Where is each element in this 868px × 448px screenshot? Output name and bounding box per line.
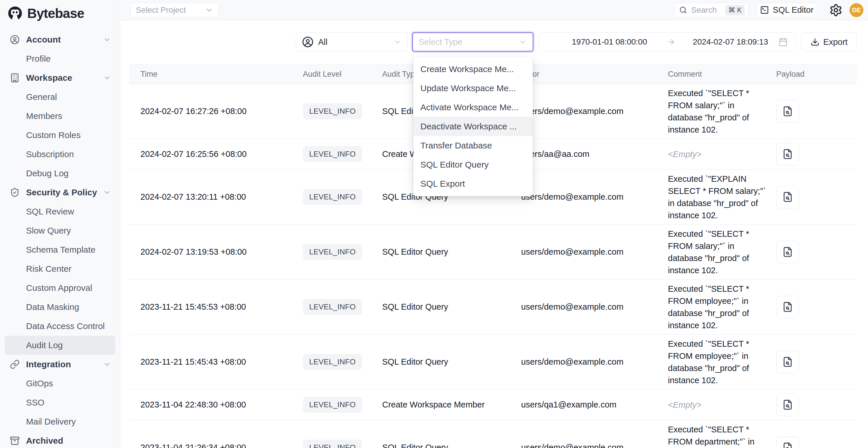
actor-filter-select[interactable]: All	[296, 32, 408, 52]
cell-actor: users/demo@example.com	[521, 192, 668, 202]
chevron-down-icon	[103, 74, 111, 82]
audit-level-badge: LEVEL_INFO	[303, 354, 362, 370]
cell-comment: Executed `"SELECT * FROM employee;"` in …	[668, 283, 776, 331]
type-option-deactivate-workspace[interactable]: Deactivate Workspace ...	[413, 117, 533, 136]
type-option-activate-workspace-me[interactable]: Activate Workspace Me...	[413, 98, 533, 117]
cell-audit-type: SQL Editor Query	[382, 443, 521, 448]
sidebar-item-risk-center[interactable]: Risk Center	[5, 259, 115, 279]
cell-comment: <Empty>	[668, 399, 776, 411]
sidebar-item-gitops[interactable]: GitOps	[5, 374, 115, 393]
sidebar-item-label: Custom Approval	[26, 283, 92, 293]
sidebar-item-schema-template[interactable]: Schema Template	[5, 240, 115, 259]
sidebar-item-members[interactable]: Members	[5, 106, 115, 126]
cell-time: 2024-02-07 16:27:26 +08:00	[129, 106, 303, 116]
avatar[interactable]: DE	[849, 3, 863, 17]
payload-view-button[interactable]	[776, 241, 799, 263]
column-header-audit-level: Audit Level	[303, 70, 382, 79]
cell-payload	[776, 241, 857, 263]
table-row: 2024-02-07 13:19:53 +08:00LEVEL_INFOSQL …	[129, 225, 857, 280]
date-to-value: 2024-02-07 18:09:13	[693, 37, 768, 46]
cell-comment: Executed `"SELECT * FROM employee;"` in …	[668, 338, 776, 386]
cell-audit-level: LEVEL_INFO	[303, 146, 382, 162]
sidebar-item-profile[interactable]: Profile	[5, 49, 115, 68]
brand-name: Bytebase	[27, 5, 84, 21]
cell-audit-level: LEVEL_INFO	[303, 103, 382, 119]
chevron-down-icon	[103, 36, 111, 44]
sidebar-item-debug-log[interactable]: Debug Log	[5, 164, 115, 183]
search-shortcut-kbd: ⌘ K	[725, 5, 745, 15]
brand-logo[interactable]: Bytebase	[5, 0, 115, 27]
settings-gear-icon[interactable]	[829, 3, 842, 17]
cell-audit-type: SQL Editor Query	[382, 302, 521, 312]
audit-level-badge: LEVEL_INFO	[303, 146, 362, 162]
payload-view-button[interactable]	[776, 143, 799, 165]
chevron-down-icon	[205, 6, 213, 14]
topbar: Select Project Search ⌘ K SQL Editor DE	[120, 0, 868, 20]
sidebar-item-mail-delivery[interactable]: Mail Delivery	[5, 412, 115, 431]
file-search-icon	[782, 247, 793, 257]
payload-view-button[interactable]	[776, 393, 799, 416]
payload-view-button[interactable]	[776, 437, 799, 448]
sidebar-item-data-masking[interactable]: Data Masking	[5, 297, 115, 317]
payload-view-button[interactable]	[776, 100, 799, 123]
cell-payload	[776, 393, 857, 416]
cell-actor: users/demo@example.com	[521, 357, 668, 367]
sidebar-item-label: Account	[26, 35, 61, 44]
sidebar-item-label: SSO	[26, 398, 44, 408]
chevron-down-icon	[103, 360, 111, 369]
archive-icon	[10, 436, 20, 446]
type-option-sql-editor-query[interactable]: SQL Editor Query	[413, 155, 533, 174]
file-search-icon	[782, 192, 793, 202]
project-select[interactable]: Select Project	[130, 3, 219, 18]
payload-view-button[interactable]	[776, 296, 799, 318]
sidebar-item-sso[interactable]: SSO	[5, 393, 115, 412]
sidebar-item-label: Mail Delivery	[26, 417, 76, 426]
cell-payload	[776, 296, 857, 318]
shield-check-icon	[10, 188, 20, 197]
comment-text: Executed `"SELECT * FROM employee;"` in …	[668, 284, 749, 330]
cell-comment: <Empty>	[668, 148, 776, 160]
comment-text: Executed `"EXPLAIN SELECT * FROM salary;…	[668, 174, 766, 220]
cell-audit-level: LEVEL_INFO	[303, 189, 382, 205]
cell-time: 2023-11-04 22:48:30 +08:00	[129, 400, 303, 410]
sidebar-item-archived[interactable]: Archived	[5, 431, 115, 448]
sidebar-item-custom-roles[interactable]: Custom Roles	[5, 126, 115, 145]
type-option-create-workspace-me[interactable]: Create Workspace Me...	[413, 60, 533, 79]
sidebar-item-integration[interactable]: Integration	[5, 355, 115, 374]
type-option-sql-export[interactable]: SQL Export	[413, 174, 533, 193]
file-search-icon	[782, 357, 793, 367]
search-input[interactable]: Search ⌘ K	[674, 3, 748, 18]
sidebar-item-sql-review[interactable]: SQL Review	[5, 202, 115, 221]
payload-view-button[interactable]	[776, 186, 799, 209]
sidebar-item-workspace[interactable]: Workspace	[5, 68, 115, 87]
sidebar-item-label: Profile	[26, 54, 51, 64]
cell-audit-type: SQL Editor Query	[382, 357, 521, 367]
sidebar-item-security-policy[interactable]: Security & Policy	[5, 183, 115, 202]
sidebar-item-audit-log[interactable]: Audit Log	[5, 336, 115, 355]
export-button[interactable]: Export	[801, 32, 857, 52]
comment-text: Executed `"SELECT * FROM salary;"` in da…	[668, 229, 749, 275]
cell-time: 2024-02-07 13:20:11 +08:00	[129, 192, 303, 202]
sidebar-item-slow-query[interactable]: Slow Query	[5, 221, 115, 240]
type-filter-select[interactable]: Select Type	[412, 32, 533, 52]
sidebar-item-general[interactable]: General	[5, 87, 115, 106]
sql-editor-button[interactable]: SQL Editor	[756, 3, 817, 18]
cell-audit-level: LEVEL_INFO	[303, 440, 382, 448]
bytebase-logo-icon	[7, 6, 23, 21]
date-range-picker[interactable]: 1970-01-01 08:00:00 2024-02-07 18:09:13	[539, 32, 796, 52]
cell-actor: users/demo@example.com	[521, 247, 668, 257]
type-option-transfer-database[interactable]: Transfer Database	[413, 136, 533, 155]
link-icon	[10, 359, 20, 369]
cell-payload	[776, 437, 857, 448]
sidebar-item-data-access-control[interactable]: Data Access Control	[5, 317, 115, 336]
payload-view-button[interactable]	[776, 351, 799, 373]
export-label: Export	[824, 37, 848, 47]
sidebar-item-account[interactable]: Account	[5, 30, 115, 49]
sidebar-item-label: Data Masking	[26, 302, 79, 312]
arrow-right-icon	[668, 38, 676, 46]
type-option-update-workspace-me[interactable]: Update Workspace Me...	[413, 79, 533, 98]
audit-level-badge: LEVEL_INFO	[303, 397, 362, 413]
sidebar-item-custom-approval[interactable]: Custom Approval	[5, 279, 115, 297]
sidebar-item-subscription[interactable]: Subscription	[5, 145, 115, 164]
cell-payload	[776, 100, 857, 123]
